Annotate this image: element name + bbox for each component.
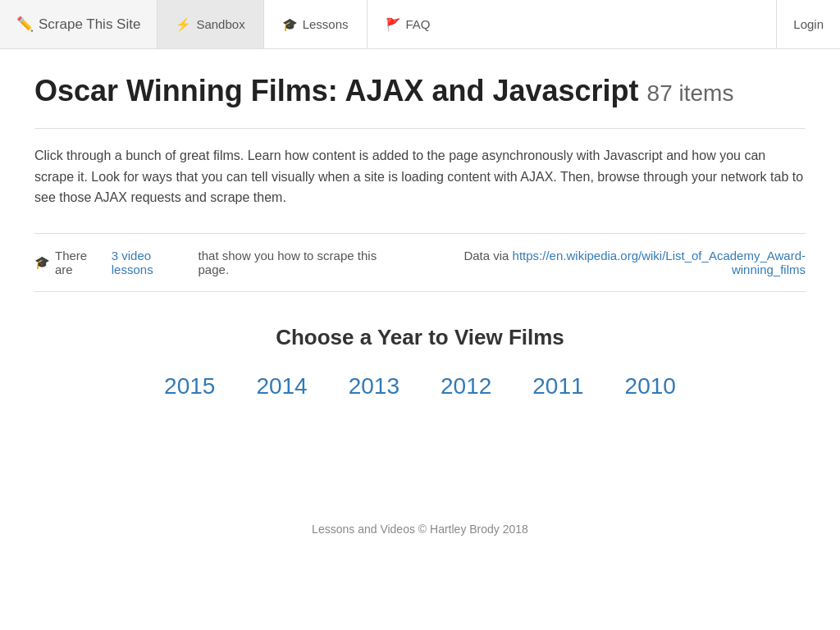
page-title-text: Oscar Winning Films: AJAX and Javascript (34, 74, 639, 107)
faq-icon: 🚩 (386, 17, 401, 32)
video-lessons-link[interactable]: 3 video lessons (112, 249, 194, 276)
year-link-2015[interactable]: 2015 (164, 373, 215, 399)
nav-item-sandbox: ⚡ Sandbox (157, 0, 262, 48)
data-source-link[interactable]: https://en.wikipedia.org/wiki/List_of_Ac… (513, 249, 806, 276)
year-link-2014[interactable]: 2014 (256, 373, 307, 399)
data-source-prefix: Data via (463, 249, 509, 262)
year-link-2010[interactable]: 2010 (625, 373, 676, 399)
year-item-2012: 2012 (441, 373, 491, 399)
year-item-2015: 2015 (164, 373, 215, 399)
login-label: Login (793, 17, 824, 31)
lessons-icon: 🎓 (282, 17, 298, 32)
sandbox-label: Sandbox (196, 17, 244, 31)
item-count: 87 items (647, 80, 734, 106)
year-link-2012[interactable]: 2012 (441, 373, 491, 399)
year-item-2010: 2010 (625, 373, 676, 399)
sandbox-link[interactable]: ⚡ Sandbox (157, 0, 262, 48)
navbar: ✏️ Scrape This Site ⚡ Sandbox 🎓 Lessons … (0, 0, 840, 49)
title-divider (34, 128, 806, 129)
footer: Lessons and Videos © Hartley Brody 2018 (0, 506, 840, 552)
nav-item-lessons: 🎓 Lessons (263, 0, 367, 48)
lessons-link[interactable]: 🎓 Lessons (263, 0, 367, 48)
login-link[interactable]: Login (776, 0, 840, 48)
sandbox-icon: ⚡ (176, 17, 191, 32)
footer-text: Lessons and Videos © Hartley Brody 2018 (312, 523, 528, 536)
year-section-heading: Choose a Year to View Films (34, 325, 806, 350)
lessons-label: Lessons (303, 17, 349, 31)
year-item-2011: 2011 (532, 373, 583, 399)
video-lessons-prefix: There are (55, 249, 107, 276)
pencil-icon: ✏️ (16, 16, 34, 33)
year-link-2013[interactable]: 2013 (349, 373, 399, 399)
brand-label: Scrape This Site (39, 16, 140, 33)
year-item-2013: 2013 (349, 373, 399, 399)
year-section: Choose a Year to View Films 2015 2014 20… (34, 325, 806, 399)
nav-item-faq: 🚩 FAQ (367, 0, 449, 48)
nav-brand[interactable]: ✏️ Scrape This Site (0, 0, 157, 48)
year-links-list: 2015 2014 2013 2012 2011 2010 (34, 373, 806, 399)
faq-link[interactable]: 🚩 FAQ (367, 0, 449, 48)
year-item-2014: 2014 (256, 373, 307, 399)
faq-label: FAQ (406, 17, 431, 31)
mortar-board-icon: 🎓 (34, 255, 50, 270)
page-title: Oscar Winning Films: AJAX and Javascript… (34, 74, 806, 108)
video-lessons-section: 🎓 There are 3 video lessons that show yo… (34, 249, 404, 276)
year-link-2011[interactable]: 2011 (532, 373, 583, 399)
info-row: 🎓 There are 3 video lessons that show yo… (34, 233, 806, 292)
page-description: Click through a bunch of great films. Le… (34, 145, 806, 208)
data-source-section: Data via https://en.wikipedia.org/wiki/L… (404, 249, 806, 276)
video-lessons-suffix: that show you how to scrape this page. (199, 249, 404, 276)
main-container: Oscar Winning Films: AJAX and Javascript… (18, 49, 822, 457)
